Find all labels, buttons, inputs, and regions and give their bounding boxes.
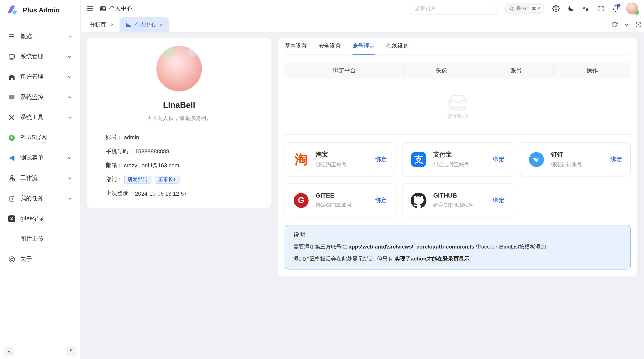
vscode-icon — [8, 154, 16, 162]
breadcrumb: 个人中心 — [100, 5, 132, 12]
binding-name: 支付宝 — [433, 151, 452, 158]
binding-table-header: 绑定平台 头像 账号 操作 — [284, 63, 631, 78]
sidebar-item-system-monitor[interactable]: 系统监控 — [4, 89, 76, 105]
sidebar-item-about[interactable]: 关于 — [4, 251, 76, 267]
binding-card-taobao: 淘 淘宝 绑定淘宝账号 绑定 — [284, 142, 396, 176]
binding-name: 钉钉 — [551, 151, 563, 158]
fullscreen-icon — [598, 5, 604, 12]
bind-gitee-button[interactable]: 绑定 — [375, 196, 387, 204]
sidebar-item-image-upload[interactable]: 图片上传 — [4, 231, 76, 247]
profile-motto: 古木向人秋，惊蓬掠鬓稠。 — [106, 114, 252, 122]
app-logo: Plus Admin — [0, 0, 80, 21]
binding-name: GITHUB — [433, 192, 457, 199]
bind-dingtalk-button[interactable]: 绑定 — [610, 156, 622, 163]
sidebar-item-tenant-management[interactable]: 租户管理 — [4, 69, 76, 85]
note-line-2: 添加对应模板后会在此处显示绑定, 但只有 实现了action才能在登录页显示 — [293, 255, 622, 263]
sidebar-item-label: 关于 — [20, 256, 72, 263]
sidebar-pin-button[interactable] — [66, 346, 76, 356]
sidebar-item-label: 测试菜单 — [20, 154, 62, 162]
search-icon — [508, 6, 514, 11]
moon-icon — [568, 5, 574, 12]
close-icon[interactable]: × — [160, 21, 163, 28]
sidebar-collapse-button[interactable]: « — [4, 346, 14, 356]
user-avatar[interactable] — [626, 2, 638, 14]
chevron-down-icon — [67, 34, 72, 39]
page-content: LinaBell 古木向人秋，惊蓬掠鬓稠。 账号： admin 手机号码： 15… — [81, 32, 644, 359]
tab-online-devices[interactable]: 在线设备 — [386, 42, 409, 54]
profile-avatar — [156, 46, 202, 91]
chevron-down-icon — [67, 176, 72, 181]
theme-toggle-button[interactable] — [568, 5, 574, 12]
search-label: 搜索 — [516, 5, 527, 12]
sidebar-item-my-tasks[interactable]: 我的任务 — [4, 191, 76, 206]
hamburger-icon — [86, 5, 94, 12]
binding-card-alipay: 支 支付宝 绑定支付宝账号 绑定 — [402, 142, 513, 176]
plus-circle-icon — [8, 134, 16, 141]
fullscreen-button[interactable] — [598, 5, 604, 12]
binding-desc: 绑定钉钉账号 — [551, 161, 582, 168]
profile-card: LinaBell 古木向人秋，惊蓬掠鬓稠。 账号： admin 手机号码： 15… — [87, 37, 271, 208]
tab-menu-button[interactable] — [620, 17, 632, 32]
dingtalk-icon — [528, 151, 544, 167]
notification-badge — [617, 4, 620, 7]
tab-account-binding[interactable]: 账号绑定 — [352, 42, 375, 54]
sidebar-item-workflow[interactable]: 工作流 — [4, 170, 76, 186]
bind-taobao-button[interactable]: 绑定 — [375, 156, 387, 163]
tab-analytics[interactable]: 分析页 — [84, 17, 120, 32]
logo-icon — [6, 4, 19, 16]
sidebar-item-plus-website[interactable]: PLUS官网 — [4, 130, 76, 146]
column-account: 账号 — [479, 67, 554, 74]
bind-alipay-button[interactable]: 绑定 — [493, 156, 504, 163]
column-avatar: 头像 — [404, 67, 479, 74]
settings-button[interactable] — [552, 5, 560, 12]
gitee-icon: G — [293, 192, 309, 208]
refresh-tab-button[interactable] — [608, 17, 620, 32]
svg-text:A: A — [586, 7, 589, 12]
profile-field-phone: 手机号码： 15888888888 — [106, 144, 252, 158]
app-title: Plus Admin — [23, 6, 60, 14]
profile-name: LinaBell — [106, 100, 252, 110]
sidebar-item-system-management[interactable]: 系统管理 — [4, 49, 76, 64]
tab-label: 个人中心 — [134, 21, 156, 28]
sidebar-item-label: 图片上传 — [20, 235, 72, 243]
global-search-button[interactable]: 搜索 ⌘ K — [504, 3, 544, 14]
pin-icon — [109, 22, 114, 27]
header-actions: A — [552, 5, 619, 12]
department-tag: 研发部门 — [124, 176, 151, 183]
chevron-down-icon — [67, 196, 72, 201]
clipboard-icon — [8, 195, 16, 202]
sidebar-item-label: 概览 — [20, 33, 62, 40]
calendar-yen-icon: ¥ — [8, 215, 16, 222]
sidebar-toggle-button[interactable] — [86, 5, 94, 12]
profile-fields: 账号： admin 手机号码： 15888888888 邮箱： crazyLio… — [106, 130, 252, 200]
taobao-icon: 淘 — [293, 151, 309, 167]
sidebar-item-gitee-records[interactable]: ¥ gitee记录 — [4, 211, 76, 227]
notifications-button[interactable] — [612, 5, 619, 12]
refresh-icon — [611, 21, 617, 28]
sidebar-item-overview[interactable]: 概览 — [4, 29, 76, 44]
gear-icon — [552, 5, 560, 12]
sidebar-item-label: 系统监控 — [20, 93, 62, 101]
breadcrumb-label: 个人中心 — [109, 5, 132, 12]
maximize-content-button[interactable] — [632, 17, 644, 32]
empty-state: 暂无数据 — [284, 78, 631, 135]
bind-github-button[interactable]: 绑定 — [493, 196, 504, 204]
tab-personal-center[interactable]: 个人中心 × — [120, 17, 169, 32]
note-line-1: 需要添加第三方账号在 apps\web-antd\src\views\_core… — [293, 243, 622, 251]
tab-basic-settings[interactable]: 基本设置 — [284, 42, 307, 54]
profile-field-last-login: 上次登录： 2024-10-06 13:12:57 — [106, 186, 252, 201]
settings-panel: 基本设置 安全设置 账号绑定 在线设备 绑定平台 头像 账号 操作 — [278, 37, 638, 276]
top-header: 个人中心 搜索 ⌘ K — [81, 0, 644, 17]
language-button[interactable]: A — [582, 5, 590, 12]
alipay-icon: 支 — [411, 151, 427, 167]
binding-card-github: GITHUB 绑定GITHUB账号 绑定 — [402, 183, 513, 217]
display-icon — [8, 93, 16, 101]
pin-icon — [68, 348, 74, 354]
sidebar-item-system-tools[interactable]: 系统工具 — [4, 110, 76, 125]
monitor-icon — [8, 53, 16, 60]
tab-security-settings[interactable]: 安全设置 — [318, 42, 341, 54]
profile-field-department: 部门： 研发部门 董事长1 — [106, 172, 252, 186]
sidebar-item-test-menu[interactable]: 测试菜单 — [4, 150, 76, 166]
department-tag: 董事长1 — [154, 176, 180, 183]
tenant-select-input[interactable] — [410, 3, 497, 14]
